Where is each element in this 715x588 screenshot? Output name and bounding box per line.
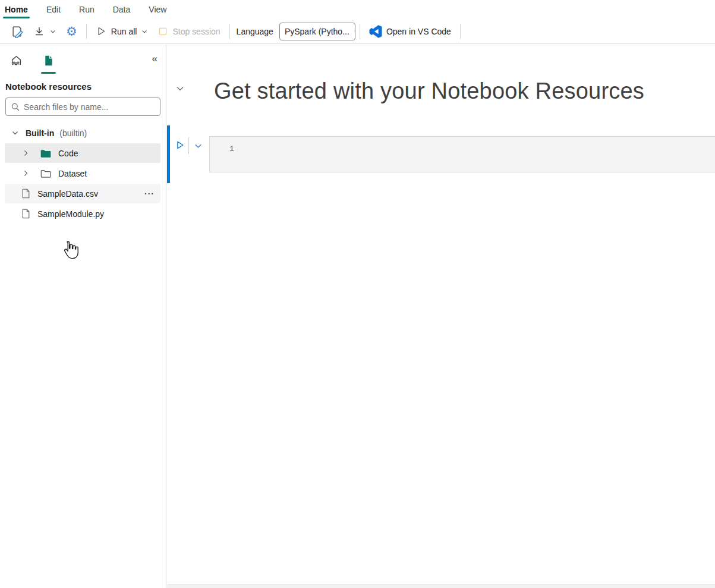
stop-session-label: Stop session [172,27,220,36]
language-dropdown[interactable]: PySpark (Pytho... [279,23,355,40]
run-all-button[interactable]: Run all [91,23,153,40]
search-box[interactable] [5,98,160,116]
lakehouse-icon [10,54,23,67]
run-all-label: Run all [111,27,137,36]
page-title: Get started with your Notebook Resources [214,78,644,104]
folder-icon [40,148,52,159]
tree-item-label: Built-in [26,128,54,138]
chevron-down-icon [49,28,56,35]
toolbar-divider [229,24,230,39]
notebook-canvas: Get started with your Notebook Resources… [166,45,715,588]
tree-item-dataset[interactable]: Dataset [5,163,160,183]
chevron-right-icon[interactable] [21,149,30,157]
collapse-panel-icon[interactable]: « [152,53,158,65]
run-all-icon [96,26,107,37]
language-value: PySpark (Pytho... [285,27,349,36]
lakehouse-tab[interactable] [6,53,27,68]
tree-item-code[interactable]: Code [5,143,160,163]
chevron-down-icon [353,28,355,35]
file-icon [21,208,31,219]
line-number: 1 [229,144,234,153]
sidebar-title: Notebook resources [0,73,166,98]
stop-session-button[interactable]: Stop session [153,23,225,40]
search-input[interactable] [24,102,155,112]
toolbar-divider [86,24,87,39]
sidebar-tab-row: « [0,45,166,73]
menu-item-home[interactable]: Home [5,1,28,18]
menu-item-data[interactable]: Data [113,1,131,18]
code-cell-editor[interactable]: 1 [209,136,715,172]
more-options-button[interactable]: ··· [144,189,155,199]
cell-selection-bar [167,125,170,183]
files-document-icon [42,54,55,67]
heading-collapse-icon[interactable] [175,84,185,93]
cell-collapse-icon[interactable] [194,142,203,150]
tree-item-label: SampleModule.py [37,209,104,219]
chevron-down-icon[interactable] [141,28,148,35]
settings-button[interactable]: ⚙ [61,22,82,40]
tree-item-suffix: (builtin) [59,128,87,138]
vscode-icon [369,25,382,38]
language-label: Language [237,27,273,36]
menu-item-view[interactable]: View [149,1,166,18]
folder-outline-icon [40,168,52,179]
toolbar: ⚙ Run all Stop session Language PySpark … [0,19,715,44]
save-button[interactable] [6,22,29,41]
horizontal-scrollbar-track[interactable] [167,584,715,588]
resources-sidebar: « Notebook resources Built-in (builtin) [0,45,166,588]
toolbar-divider [460,24,461,39]
tree-item-label: SampleData.csv [37,189,98,199]
stop-session-icon [158,26,168,37]
tree-item-label: Dataset [58,169,87,178]
tree-item-label: Code [58,149,78,158]
open-in-vscode-label: Open in VS Code [386,27,451,36]
tree-item-samplemodule[interactable]: SampleModule.py [5,204,160,224]
save-edit-icon [11,25,24,38]
tree-item-builtin[interactable]: Built-in (builtin) [5,123,160,143]
download-icon [33,26,45,37]
open-in-vscode-button[interactable]: Open in VS Code [364,22,456,41]
cell-run-button[interactable] [175,140,185,150]
file-icon [21,188,31,199]
cursor-hand-icon [60,240,80,262]
tree-item-sampledata[interactable]: SampleData.csv ··· [5,184,160,203]
chevron-right-icon[interactable] [21,169,30,177]
settings-gear-icon: ⚙ [66,25,77,37]
cell-controls-divider [188,137,189,154]
menu-bar: Home Edit Run Data View [0,0,715,19]
download-button[interactable] [29,23,61,40]
files-tab[interactable] [39,53,58,68]
menu-item-edit[interactable]: Edit [46,1,61,18]
chevron-down-icon[interactable] [11,129,19,137]
resources-tree: Built-in (builtin) Code Data [0,123,166,224]
toolbar-divider [360,24,360,39]
search-icon [11,102,20,112]
menu-item-run[interactable]: Run [79,1,95,18]
